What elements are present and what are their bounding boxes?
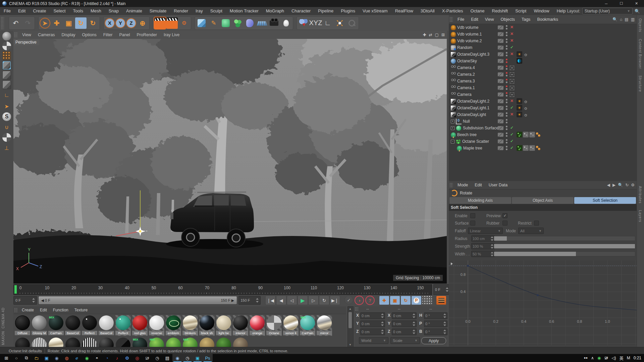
material-carpain[interactable]: MIXCarPain	[48, 315, 64, 336]
play-button[interactable]	[298, 296, 308, 305]
width-slider[interactable]	[494, 251, 635, 256]
tray-expand-icon[interactable]: ∧	[591, 356, 594, 360]
panel-list-icon[interactable]: ▥	[631, 17, 635, 22]
tab-modeling-axis[interactable]: Modeling Axis	[449, 197, 511, 204]
add-mograph-button[interactable]	[232, 17, 244, 29]
layer-toggle[interactable]	[498, 86, 503, 90]
home-icon[interactable]: ⌂	[620, 17, 622, 22]
material-carpain[interactable]: MIXCarPain	[300, 315, 315, 336]
menu-x-particles[interactable]: X-Particles	[438, 7, 467, 15]
cinema4d-active-icon[interactable]	[172, 354, 182, 362]
am-drag-handle[interactable]	[449, 183, 453, 187]
surface-checkbox[interactable]	[470, 221, 475, 226]
disabled-x-icon[interactable]: ✕	[509, 52, 514, 56]
menu-plugins[interactable]: Plugins	[337, 7, 359, 15]
render-picture-viewer-button[interactable]	[166, 17, 178, 29]
object-row-octanedaylight-1[interactable]: OctaneDayLight.1✓☀☼	[449, 105, 637, 111]
object-row-camera-1[interactable]: Camera.1	[449, 84, 637, 91]
disabled-x-icon[interactable]: ✕	[509, 32, 514, 36]
om-menu-tags[interactable]: Tags	[518, 15, 534, 23]
move-tool[interactable]	[51, 17, 62, 29]
dock-tab-objects[interactable]: Objects	[637, 15, 643, 36]
skytag-tag[interactable]	[517, 58, 522, 64]
xyz-tool-disabled[interactable]	[310, 17, 321, 29]
keyframe-selection-button[interactable]	[365, 296, 375, 305]
previous-frame-button[interactable]	[287, 296, 297, 305]
disabled-x-icon[interactable]: ✕	[509, 112, 514, 117]
collapse-icon[interactable]: −	[451, 140, 454, 143]
disabled-x-icon[interactable]: ✕	[509, 38, 514, 43]
sun-tag[interactable]: ☀	[517, 98, 522, 104]
menu-mesh[interactable]: Mesh	[87, 7, 105, 15]
close-button[interactable]: ✕	[629, 0, 644, 7]
range-left-arrow[interactable]: ◀ 0 F	[41, 298, 50, 303]
visibility-dots[interactable]	[506, 106, 507, 111]
toolbar-drag-handle[interactable]	[1, 17, 4, 29]
mode-dropdown[interactable]: All▼	[518, 228, 544, 234]
spheres-tag[interactable]	[536, 132, 541, 137]
menu-mograph[interactable]: MoGraph	[262, 7, 288, 15]
uv-grid-mode[interactable]	[2, 51, 11, 60]
cinema4d-icon[interactable]	[52, 354, 62, 362]
object-row-camera-3[interactable]: Camera.3	[449, 78, 637, 84]
enabled-check-icon[interactable]: ✓	[509, 45, 514, 50]
rotate-band-tool[interactable]	[87, 17, 99, 29]
camera-target-icon[interactable]	[510, 79, 514, 83]
camera-target-icon[interactable]	[510, 72, 514, 77]
key-pla-toggle[interactable]	[422, 296, 432, 305]
visibility-dots[interactable]	[506, 139, 507, 144]
layer-toggle[interactable]	[498, 106, 503, 110]
strength-slider[interactable]	[494, 244, 635, 249]
object-row-maple-tree[interactable]: Maple tree✓	[449, 145, 637, 152]
taskbar-clock[interactable]: 0:21	[634, 356, 641, 360]
viewport-menu-options[interactable]: Options	[79, 31, 100, 39]
points-mode[interactable]	[2, 61, 11, 70]
viewport-menu-view[interactable]: View	[19, 31, 35, 39]
layer-toggle[interactable]	[498, 146, 503, 150]
goto-start-button[interactable]	[265, 296, 276, 305]
ie-icon[interactable]	[72, 354, 82, 362]
sun-tag[interactable]: ☀	[517, 105, 522, 111]
key-position-toggle[interactable]	[379, 296, 389, 305]
gearsun-tag[interactable]: ☼	[523, 112, 529, 117]
gearsun-tag[interactable]: ☼	[523, 98, 529, 104]
om-menu-objects[interactable]: Objects	[497, 15, 518, 23]
volume-icon[interactable]: ◁)	[611, 356, 616, 360]
material-scrollbar[interactable]: ▲ ▼	[347, 306, 354, 348]
menu-animate[interactable]: Animate	[122, 7, 146, 15]
material-emblem[interactable]: emblem	[166, 315, 181, 336]
viewport-menu-filter[interactable]: Filter	[100, 31, 116, 39]
layer-toggle[interactable]	[498, 25, 503, 29]
object-row-beech-tree[interactable]: Beech tree✓	[449, 131, 637, 138]
menu-create[interactable]: Create	[29, 7, 50, 15]
material-swatch-7[interactable]: MIX	[132, 337, 148, 347]
photoshop-active-icon[interactable]	[203, 354, 213, 362]
dock-tab-attributes[interactable]: Attributes	[637, 183, 643, 207]
menu-file[interactable]: File	[0, 7, 14, 15]
texture-mode[interactable]	[2, 42, 11, 50]
visibility-dots[interactable]	[506, 126, 507, 131]
radius-field[interactable]: 100 cm	[471, 235, 495, 242]
spheres-tag[interactable]	[536, 145, 541, 151]
tab-object-axis[interactable]: Object Axis	[512, 197, 574, 204]
object-row-camera-4[interactable]: Camera.4	[449, 64, 637, 71]
gearsun-tag[interactable]: ☼	[523, 105, 529, 111]
key-scale-toggle[interactable]	[390, 296, 400, 305]
add-spline-button[interactable]	[208, 17, 219, 29]
layer-toggle[interactable]	[498, 133, 503, 137]
preview-checkbox[interactable]: ✓	[502, 213, 507, 218]
material-light-be[interactable]: light be	[216, 315, 231, 336]
material-reflect[interactable]: Reflect	[82, 315, 97, 336]
magnet-tool[interactable]	[2, 122, 12, 132]
material-swatch-10[interactable]: MIX	[182, 337, 198, 347]
visibility-dots[interactable]	[506, 119, 507, 124]
rot-p-field[interactable]: 0 °	[424, 320, 447, 327]
visibility-dots[interactable]	[506, 85, 507, 91]
start-button[interactable]	[1, 354, 11, 362]
tweak-mode[interactable]	[2, 101, 12, 111]
m-badge[interactable]: M	[627, 356, 630, 360]
disabled-x-icon[interactable]: ✕	[509, 25, 514, 29]
layer-toggle[interactable]	[498, 99, 503, 103]
object-row-null[interactable]: +Null	[449, 118, 637, 125]
octane-objects-button[interactable]	[298, 17, 309, 29]
